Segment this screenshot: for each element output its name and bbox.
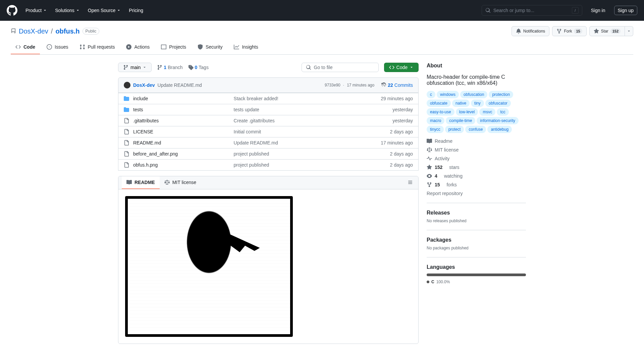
stars-link[interactable]: 152 stars [427,165,526,170]
nav-solutions[interactable]: Solutions [52,6,83,15]
file-name-link[interactable]: include [133,96,148,101]
topic-tag[interactable]: protection [489,91,513,98]
tab-projects[interactable]: Projects [156,42,191,54]
play-icon [126,44,131,50]
fork-icon [556,28,562,34]
tab-issues[interactable]: Issues [42,42,73,54]
sign-up-button[interactable]: Sign up [614,6,637,15]
sign-in-link[interactable]: Sign in [588,6,609,15]
file-commit-msg[interactable]: Initial commit [234,129,363,134]
topic-tag[interactable]: windows [437,91,459,98]
file-name-link[interactable]: tests [133,107,143,112]
activity-link[interactable]: Activity [427,156,526,161]
topic-tag[interactable]: antidebug [487,126,512,133]
commits-link[interactable]: 22 Commits [381,82,413,88]
topics-list: cwindowsobfuscationprotectionobfuscatena… [427,91,526,133]
branch-select-button[interactable]: main [118,63,152,72]
tags-link[interactable]: 0 Tags [188,65,209,70]
goto-file-input[interactable]: Go to file [302,63,379,72]
file-name-link[interactable]: before_and_after.png [133,151,178,157]
topic-tag[interactable]: c [427,91,435,98]
repo-icon [11,28,16,34]
topic-tag[interactable]: tcc [497,108,508,116]
tab-insights[interactable]: Insights [229,42,263,54]
avatar[interactable] [124,82,130,88]
languages-section: Languages C 100.0% [427,257,526,284]
packages-section: Packages No packages published [427,230,526,250]
file-commit-msg[interactable]: Stack breaker added! [234,96,363,101]
global-header: Product Solutions Open Source Pricing Se… [0,0,644,21]
tab-code[interactable]: Code [11,42,40,54]
nav-pricing[interactable]: Pricing [126,6,146,15]
watching-link[interactable]: 4 watching [427,173,526,179]
tab-pull-requests[interactable]: Pull requests [75,42,119,54]
license-tab[interactable]: MIT license [160,176,201,189]
github-logo[interactable] [7,5,17,16]
readme-box: README MIT license [118,176,419,344]
tab-actions[interactable]: Actions [121,42,154,54]
file-name-link[interactable]: obfus.h.png [133,162,158,168]
commit-sha[interactable]: 9733e90 [325,83,340,87]
topic-tag[interactable]: obfuscate [427,100,451,107]
repo-owner-link[interactable]: DosX-dev [19,27,48,35]
list-icon [408,180,413,185]
file-row: LICENSEInitial commit2 days ago [118,126,418,137]
packages-heading[interactable]: Packages [427,237,526,243]
topic-tag[interactable]: tinycc [427,126,444,133]
issue-icon [47,44,52,50]
fork-button[interactable]: Fork 15 [552,26,586,36]
language-bar[interactable] [427,274,526,276]
topic-tag[interactable]: obfuscator [485,100,511,107]
releases-heading[interactable]: Releases [427,210,526,216]
topic-tag[interactable]: macro [427,117,444,124]
star-button[interactable]: Star 152 [589,26,625,36]
language-dot [427,281,429,283]
pulse-icon [427,156,432,161]
topic-tag[interactable]: tiny [471,100,484,107]
file-commit-msg[interactable]: Update README.md [234,140,363,145]
global-search[interactable]: Search or jump to... / [482,5,582,16]
file-commit-msg[interactable]: tests update [234,107,363,112]
topic-tag[interactable]: compile-time [446,117,475,124]
file-row: teststests updateyesterday [118,104,418,115]
file-name-link[interactable]: .gitattributes [133,118,159,123]
nav-product[interactable]: Product [23,6,50,15]
license-link[interactable]: MIT license [427,147,526,153]
about-description: Macro-header for compile-time C obfuscat… [427,74,526,86]
language-row[interactable]: C 100.0% [427,280,526,284]
topic-tag[interactable]: protect [445,126,464,133]
file-row: before_and_after.pngproject published2 d… [118,148,418,159]
readme-link[interactable]: Readme [427,138,526,144]
topic-tag[interactable]: confuse [465,126,486,133]
code-download-button[interactable]: Code [384,63,419,72]
forks-link[interactable]: 15 forks [427,182,526,187]
topic-tag[interactable]: obfuscation [460,91,487,98]
topic-tag[interactable]: low-level [456,108,478,116]
file-commit-msg[interactable]: project published [234,151,363,157]
file-icon [124,118,129,123]
eye-icon [427,173,432,179]
topic-tag[interactable]: msvc [479,108,495,116]
topic-tag[interactable]: information-security [477,117,519,124]
toc-button[interactable] [406,178,415,188]
folder-icon [124,96,129,101]
tab-security[interactable]: Security [193,42,227,54]
topic-tag[interactable]: easy-to-use [427,108,454,116]
law-icon [427,147,432,153]
branches-link[interactable]: 1 Branch [157,65,182,70]
file-table: includeStack breaker added!29 minutes ag… [118,93,419,171]
nav-open-source[interactable]: Open Source [85,6,124,15]
file-commit-msg[interactable]: project published [234,162,363,168]
commit-dot: · [343,83,344,87]
star-menu-button[interactable] [625,26,633,36]
commit-author-link[interactable]: DosX-dev [133,82,155,88]
file-name-link[interactable]: LICENSE [133,129,153,134]
file-name-link[interactable]: README.md [133,140,161,145]
commit-message-link[interactable]: Update README.md [158,82,202,88]
file-commit-msg[interactable]: Create .gitattributes [234,118,363,123]
notifications-button[interactable]: Notifications [512,26,549,36]
repo-name-link[interactable]: obfus.h [55,27,79,35]
report-link[interactable]: Report repository [427,191,526,196]
topic-tag[interactable]: native [452,100,470,107]
readme-tab[interactable]: README [122,176,160,189]
